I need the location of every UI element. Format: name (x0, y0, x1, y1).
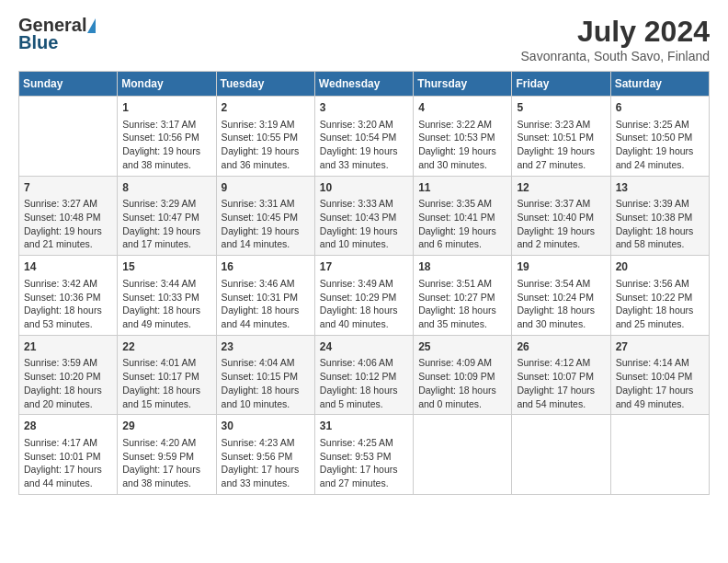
day-number: 10 (320, 180, 408, 196)
day-info: Sunrise: 3:27 AMSunset: 10:48 PMDaylight… (24, 197, 112, 251)
day-number: 29 (122, 419, 210, 434)
calendar-header-row: SundayMondayTuesdayWednesdayThursdayFrid… (19, 72, 710, 97)
calendar-table: SundayMondayTuesdayWednesdayThursdayFrid… (18, 71, 710, 495)
subtitle: Savonranta, South Savo, Finland (521, 49, 710, 63)
day-number: 22 (122, 339, 210, 355)
day-number: 19 (517, 259, 605, 275)
calendar-cell: 29Sunrise: 4:20 AMSunset: 9:59 PMDayligh… (118, 415, 216, 495)
day-number: 23 (222, 339, 310, 355)
calendar-cell: 19Sunrise: 3:54 AMSunset: 10:24 PMDaylig… (512, 256, 610, 336)
logo: General Blue (18, 15, 97, 53)
calendar-week-row: 21Sunrise: 3:59 AMSunset: 10:20 PMDaylig… (19, 335, 710, 415)
col-header-tuesday: Tuesday (216, 72, 314, 97)
calendar-cell: 26Sunrise: 4:12 AMSunset: 10:07 PMDaylig… (512, 335, 610, 415)
calendar-cell (512, 415, 610, 495)
calendar-cell (610, 415, 709, 495)
day-info: Sunrise: 3:17 AMSunset: 10:56 PMDaylight… (122, 118, 210, 172)
day-info: Sunrise: 3:35 AMSunset: 10:41 PMDaylight… (418, 197, 506, 251)
day-info: Sunrise: 3:56 AMSunset: 10:22 PMDaylight… (616, 277, 704, 331)
day-info: Sunrise: 4:04 AMSunset: 10:15 PMDaylight… (222, 356, 310, 410)
day-number: 28 (24, 419, 112, 434)
day-number: 3 (320, 100, 408, 116)
day-info: Sunrise: 3:25 AMSunset: 10:50 PMDaylight… (616, 118, 704, 172)
calendar-cell: 23Sunrise: 4:04 AMSunset: 10:15 PMDaylig… (216, 335, 314, 415)
calendar-cell: 21Sunrise: 3:59 AMSunset: 10:20 PMDaylig… (19, 335, 118, 415)
calendar-cell: 15Sunrise: 3:44 AMSunset: 10:33 PMDaylig… (118, 256, 216, 336)
day-info: Sunrise: 3:44 AMSunset: 10:33 PMDaylight… (122, 277, 210, 331)
col-header-wednesday: Wednesday (314, 72, 413, 97)
calendar-cell: 31Sunrise: 4:25 AMSunset: 9:53 PMDayligh… (314, 415, 413, 495)
calendar-cell: 24Sunrise: 4:06 AMSunset: 10:12 PMDaylig… (314, 335, 413, 415)
day-info: Sunrise: 3:22 AMSunset: 10:53 PMDaylight… (418, 118, 506, 172)
day-info: Sunrise: 3:42 AMSunset: 10:36 PMDaylight… (24, 277, 112, 331)
day-info: Sunrise: 3:49 AMSunset: 10:29 PMDaylight… (320, 277, 408, 331)
day-info: Sunrise: 3:46 AMSunset: 10:31 PMDaylight… (222, 277, 310, 331)
col-header-friday: Friday (512, 72, 610, 97)
day-number: 21 (24, 339, 112, 355)
day-info: Sunrise: 3:20 AMSunset: 10:54 PMDaylight… (320, 118, 408, 172)
day-number: 25 (418, 339, 506, 355)
day-info: Sunrise: 4:09 AMSunset: 10:09 PMDaylight… (418, 356, 506, 410)
calendar-cell: 8Sunrise: 3:29 AMSunset: 10:47 PMDayligh… (118, 176, 216, 256)
calendar-cell: 6Sunrise: 3:25 AMSunset: 10:50 PMDayligh… (610, 97, 709, 177)
calendar-cell: 27Sunrise: 4:14 AMSunset: 10:04 PMDaylig… (610, 335, 709, 415)
calendar-week-row: 7Sunrise: 3:27 AMSunset: 10:48 PMDayligh… (19, 176, 710, 256)
day-number: 17 (320, 259, 408, 275)
calendar-cell: 7Sunrise: 3:27 AMSunset: 10:48 PMDayligh… (19, 176, 118, 256)
day-info: Sunrise: 4:06 AMSunset: 10:12 PMDaylight… (320, 356, 408, 410)
calendar-cell: 2Sunrise: 3:19 AMSunset: 10:55 PMDayligh… (216, 97, 314, 177)
calendar-cell: 18Sunrise: 3:51 AMSunset: 10:27 PMDaylig… (414, 256, 512, 336)
day-info: Sunrise: 4:23 AMSunset: 9:56 PMDaylight:… (222, 436, 310, 490)
title-area: July 2024 Savonranta, South Savo, Finlan… (521, 15, 710, 63)
day-info: Sunrise: 4:25 AMSunset: 9:53 PMDaylight:… (320, 436, 408, 490)
day-number: 11 (418, 180, 506, 196)
calendar-week-row: 28Sunrise: 4:17 AMSunset: 10:01 PMDaylig… (19, 415, 710, 495)
month-title: July 2024 (521, 15, 710, 49)
logo-blue: Blue (18, 32, 58, 53)
day-info: Sunrise: 3:33 AMSunset: 10:43 PMDaylight… (320, 197, 408, 251)
day-info: Sunrise: 3:29 AMSunset: 10:47 PMDaylight… (122, 197, 210, 251)
day-number: 4 (418, 100, 506, 116)
calendar-cell: 17Sunrise: 3:49 AMSunset: 10:29 PMDaylig… (314, 256, 413, 336)
day-info: Sunrise: 4:01 AMSunset: 10:17 PMDaylight… (122, 356, 210, 410)
day-info: Sunrise: 4:14 AMSunset: 10:04 PMDaylight… (616, 356, 704, 410)
day-info: Sunrise: 3:23 AMSunset: 10:51 PMDaylight… (517, 118, 605, 172)
day-info: Sunrise: 3:51 AMSunset: 10:27 PMDaylight… (418, 277, 506, 331)
day-number: 15 (122, 259, 210, 275)
col-header-sunday: Sunday (19, 72, 118, 97)
day-number: 14 (24, 259, 112, 275)
day-number: 8 (122, 180, 210, 196)
calendar-cell: 28Sunrise: 4:17 AMSunset: 10:01 PMDaylig… (19, 415, 118, 495)
logo-triangle-icon (87, 18, 96, 33)
day-info: Sunrise: 4:12 AMSunset: 10:07 PMDaylight… (517, 356, 605, 410)
day-info: Sunrise: 3:37 AMSunset: 10:40 PMDaylight… (517, 197, 605, 251)
calendar-cell: 30Sunrise: 4:23 AMSunset: 9:56 PMDayligh… (216, 415, 314, 495)
calendar-cell: 14Sunrise: 3:42 AMSunset: 10:36 PMDaylig… (19, 256, 118, 336)
day-number: 2 (222, 100, 310, 116)
day-info: Sunrise: 3:19 AMSunset: 10:55 PMDaylight… (222, 118, 310, 172)
calendar-cell: 4Sunrise: 3:22 AMSunset: 10:53 PMDayligh… (414, 97, 512, 177)
day-number: 12 (517, 180, 605, 196)
day-number: 13 (616, 180, 704, 196)
day-number: 16 (222, 259, 310, 275)
calendar-cell: 12Sunrise: 3:37 AMSunset: 10:40 PMDaylig… (512, 176, 610, 256)
day-number: 18 (418, 259, 506, 275)
calendar-cell (414, 415, 512, 495)
day-info: Sunrise: 3:59 AMSunset: 10:20 PMDaylight… (24, 356, 112, 410)
day-number: 5 (517, 100, 605, 116)
calendar-cell: 9Sunrise: 3:31 AMSunset: 10:45 PMDayligh… (216, 176, 314, 256)
day-number: 26 (517, 339, 605, 355)
day-info: Sunrise: 4:20 AMSunset: 9:59 PMDaylight:… (122, 436, 210, 490)
day-number: 1 (122, 100, 210, 116)
calendar-cell: 13Sunrise: 3:39 AMSunset: 10:38 PMDaylig… (610, 176, 709, 256)
header: General Blue July 2024 Savonranta, South… (18, 15, 710, 63)
col-header-thursday: Thursday (414, 72, 512, 97)
calendar-week-row: 14Sunrise: 3:42 AMSunset: 10:36 PMDaylig… (19, 256, 710, 336)
calendar-cell (19, 97, 118, 177)
col-header-saturday: Saturday (610, 72, 709, 97)
day-number: 7 (24, 180, 112, 196)
day-info: Sunrise: 3:39 AMSunset: 10:38 PMDaylight… (616, 197, 704, 251)
day-number: 9 (222, 180, 310, 196)
calendar-cell: 5Sunrise: 3:23 AMSunset: 10:51 PMDayligh… (512, 97, 610, 177)
day-number: 27 (616, 339, 704, 355)
